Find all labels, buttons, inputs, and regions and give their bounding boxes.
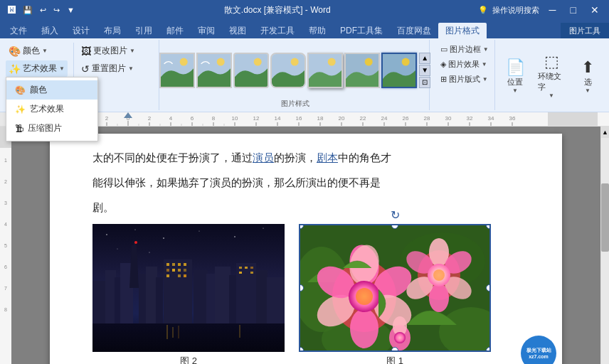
color-dropdown-arrow[interactable]: ▼ bbox=[42, 48, 48, 54]
link-script[interactable]: 剧本 bbox=[317, 151, 338, 164]
ruler-marks: 10 8 6 4 2 0 2 4 6 8 bbox=[43, 112, 609, 127]
svg-rect-92 bbox=[92, 281, 107, 323]
watermark-logo: 极光下载站xz7.com bbox=[521, 336, 556, 364]
scrollbar-up-button[interactable]: ▲ bbox=[601, 127, 609, 138]
flowers-wrap: ↻ bbox=[299, 224, 491, 352]
dropdown-item-compress[interactable]: 🗜 压缩图片 bbox=[6, 119, 97, 138]
position-button[interactable]: 📄 位置 ▼ bbox=[501, 55, 529, 97]
tab-layout[interactable]: 布局 bbox=[97, 23, 128, 38]
tab-insert[interactable]: 插入 bbox=[34, 23, 65, 38]
style-thumb-4[interactable] bbox=[270, 53, 306, 88]
picture-layout-button[interactable]: ⊞ 图片版式 ▼ bbox=[438, 73, 492, 86]
change-picture-button[interactable]: 🖼 更改图片 ▼ bbox=[78, 43, 138, 59]
style-thumb-6[interactable] bbox=[344, 53, 380, 88]
svg-point-1 bbox=[180, 58, 188, 65]
gallery-down-arrow[interactable]: ▼ bbox=[419, 65, 430, 76]
tab-file[interactable]: 文件 bbox=[3, 23, 34, 38]
scrollbar-thumb[interactable] bbox=[601, 183, 609, 252]
vertical-scrollbar[interactable]: ▲ ▼ bbox=[600, 127, 609, 364]
ribbon-tabs: 文件 插入 设计 布局 引用 邮件 审阅 视图 开发工具 帮助 PDF工具集 百… bbox=[0, 20, 609, 38]
handle-middle-right[interactable] bbox=[486, 284, 491, 291]
figure-flowers: ↻ bbox=[299, 224, 491, 364]
layout-icon: ⊞ bbox=[440, 75, 447, 84]
svg-point-91 bbox=[149, 252, 149, 252]
picture-effect-button[interactable]: ◈ 图片效果 ▼ bbox=[438, 58, 492, 71]
style-thumb-3[interactable] bbox=[233, 53, 269, 88]
svg-text:3: 3 bbox=[4, 200, 7, 205]
tab-picture-format[interactable]: 图片格式 bbox=[438, 23, 487, 38]
lightbulb-icon: 💡 bbox=[478, 6, 488, 15]
svg-point-13 bbox=[402, 58, 410, 65]
tab-baidu[interactable]: 百度网盘 bbox=[390, 23, 438, 38]
wrap-text-button[interactable]: ⬚ 环绕文字 ▼ bbox=[534, 50, 569, 102]
watermark-text: 极光下载站xz7.com bbox=[526, 347, 551, 360]
select-button[interactable]: ⬆ 选 ▼ bbox=[573, 55, 602, 97]
handle-bottom-middle[interactable] bbox=[391, 347, 398, 352]
svg-rect-123 bbox=[256, 270, 268, 323]
select-icon: ⬆ bbox=[581, 58, 594, 77]
document-text: 太的不同的处便在于扮演了，通过演员的扮演，剧本中的角色才 bbox=[92, 148, 519, 167]
svg-text:5: 5 bbox=[4, 243, 7, 248]
maximize-button[interactable]: □ bbox=[566, 3, 581, 17]
rotate-handle[interactable]: ↻ bbox=[391, 208, 400, 222]
tab-mail[interactable]: 邮件 bbox=[159, 23, 191, 38]
scrollbar-track[interactable] bbox=[601, 138, 609, 364]
svg-text:36: 36 bbox=[509, 115, 516, 122]
color-button[interactable]: 🎨 颜色 ▼ bbox=[6, 43, 68, 59]
svg-rect-18 bbox=[64, 112, 548, 127]
picture-tools-label: 图片工具 bbox=[561, 23, 609, 38]
svg-rect-106 bbox=[166, 269, 169, 272]
art-effect-button[interactable]: ✨ 艺术效果 ▼ bbox=[6, 60, 68, 77]
tab-review[interactable]: 审阅 bbox=[191, 23, 222, 38]
reset-picture-arrow[interactable]: ▼ bbox=[128, 65, 134, 72]
svg-text:22: 22 bbox=[360, 115, 366, 122]
svg-text:8: 8 bbox=[4, 307, 7, 312]
tab-view[interactable]: 视图 bbox=[222, 23, 253, 38]
document-scroll: 太的不同的处便在于扮演了，通过演员的扮演，剧本中的角色才 能得以伸张，如果抛弃了… bbox=[11, 127, 600, 364]
undo-icon[interactable]: ↩ bbox=[38, 4, 48, 16]
customize-icon[interactable]: ▼ bbox=[65, 4, 77, 16]
style-thumb-7[interactable] bbox=[381, 53, 417, 88]
help-area: 💡 操作说明搜索 bbox=[478, 3, 539, 17]
flowers-image[interactable] bbox=[299, 224, 491, 352]
minimize-button[interactable]: ─ bbox=[545, 3, 561, 17]
svg-rect-121 bbox=[239, 272, 242, 274]
gallery-up-arrow[interactable]: ▲ bbox=[419, 53, 430, 64]
window-controls: 💡 操作说明搜索 ─ □ ✕ bbox=[478, 3, 603, 17]
svg-text:8: 8 bbox=[212, 115, 216, 122]
tab-dev[interactable]: 开发工具 bbox=[253, 23, 302, 38]
style-thumb-5[interactable] bbox=[307, 53, 343, 88]
change-picture-arrow[interactable]: ▼ bbox=[129, 48, 135, 54]
figure-flowers-caption: 图 1 bbox=[386, 355, 403, 364]
svg-text:6: 6 bbox=[4, 264, 7, 269]
tab-design[interactable]: 设计 bbox=[65, 23, 97, 38]
tab-references[interactable]: 引用 bbox=[128, 23, 159, 38]
svg-rect-129 bbox=[239, 325, 240, 338]
city-image[interactable] bbox=[92, 224, 285, 352]
handle-bottom-right[interactable] bbox=[486, 347, 491, 352]
tab-pdf[interactable]: PDF工具集 bbox=[333, 23, 390, 38]
art-dropdown-arrow[interactable]: ▼ bbox=[59, 65, 65, 72]
dropdown-item-art[interactable]: ✨ 艺术效果 bbox=[6, 100, 97, 119]
reset-picture-button[interactable]: ↺ 重置图片 ▼ bbox=[78, 60, 138, 77]
save-icon[interactable]: 💾 bbox=[21, 4, 35, 16]
close-button[interactable]: ✕ bbox=[586, 3, 603, 17]
redo-icon[interactable]: ↪ bbox=[51, 4, 62, 16]
style-thumb-2[interactable] bbox=[196, 53, 232, 88]
word-icon: 🆆 bbox=[6, 4, 18, 16]
tab-help[interactable]: 帮助 bbox=[302, 23, 333, 38]
border-icon: ▭ bbox=[440, 45, 448, 54]
svg-point-5 bbox=[254, 58, 262, 65]
handle-top-right[interactable] bbox=[486, 224, 491, 229]
svg-rect-122 bbox=[250, 272, 253, 274]
link-actor[interactable]: 演员 bbox=[253, 151, 274, 164]
svg-text:32: 32 bbox=[467, 115, 473, 122]
picture-border-button[interactable]: ▭ 图片边框 ▼ bbox=[438, 43, 492, 56]
effect-icon: ◈ bbox=[440, 60, 446, 69]
svg-text:34: 34 bbox=[488, 115, 494, 122]
handle-bottom-left[interactable] bbox=[299, 347, 304, 352]
style-thumb-1[interactable] bbox=[159, 53, 195, 88]
dropdown-item-color[interactable]: 🎨 颜色 bbox=[6, 80, 97, 100]
gallery-more-arrow[interactable]: ⊡ bbox=[419, 77, 430, 88]
svg-text:2: 2 bbox=[4, 179, 7, 184]
